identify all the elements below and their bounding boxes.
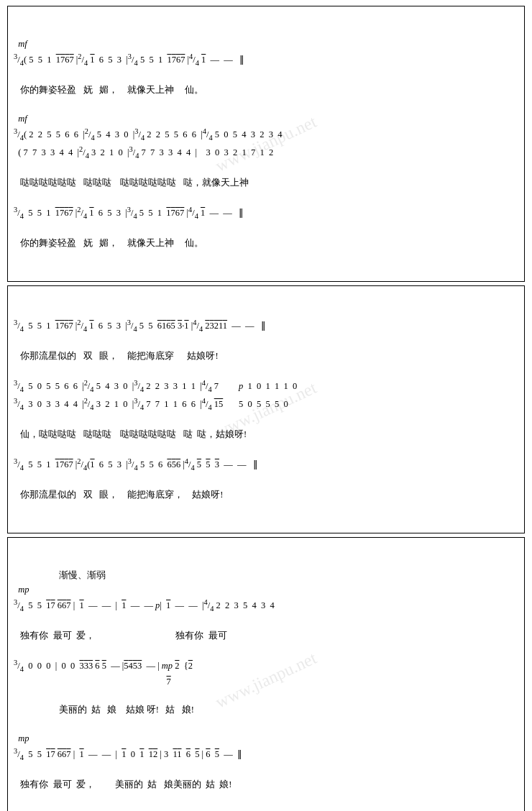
section-3: www.jianpu.net 渐慢、渐弱 mp 3/4 5 5 17 667 |… [7,537,525,811]
section-1-lyric-1: 你的舞姿轻盈 妩 媚， 就像天上神 仙。 [14,83,518,97]
section-2-notation-3: 3/4 5 5 1 1767 |2/4(1 6 5 3 |3/4 5 5 6 6… [14,456,518,474]
section-1-lyric-2: 哒哒哒哒哒哒 哒哒哒 哒哒哒哒哒哒 哒，就像天上神 [14,176,518,190]
section-2-lyric-2: 仙，哒哒哒哒 哒哒哒 哒哒哒哒哒哒 哒 哒，姑娘呀! [14,428,518,441]
section-3-lyric-2: 美丽的 姑 娘 姑娘 呀! 姑 娘! [14,703,518,717]
section-1: www.jianpu.net mf 3/4( 5 5 1 1767 |2/4 1… [7,6,525,282]
section-3-lyric-3: 独有你 最可 爱， 美丽的 姑 娘美丽的 姑 娘! [14,778,518,792]
section-1-notation: mf 3/4( 5 5 1 1767 |2/4 1 6 5 3 |3/4 5 5… [14,37,518,69]
section-3-notation-2: 3/4 0 0 0 | 0 0 333 6 5 — |5453 — | mp 2… [14,657,518,689]
section-1-notation-3: 3/4 5 5 1 1767 |2/4 1 6 5 3 |3/4 5 5 1 1… [14,204,518,222]
section-2-notation-1: 3/4 5 5 1 1767 |2/4 1 6 5 3 |3/4 5 5 616… [14,317,518,335]
score-container: www.jianpu.net mf 3/4( 5 5 1 1767 |2/4 1… [0,0,532,811]
section-3-notation-1: 渐慢、渐弱 mp 3/4 5 5 17 667 | 1 — — | 1 — — … [14,569,518,615]
section-3-notation-3: mp 3/4 5 5 17 667 | 1 — — | 1 0 1 12 | 3… [14,732,518,764]
section-2-lyric-3: 你那流星似的 双 眼， 能把海底穿， 姑娘呀! [14,488,518,502]
section-2-notation-2: 3/4 5 0 5 5 6 6 |2/4 5 4 3 0 |3/4 2 2 3 … [14,377,518,413]
section-2: www.jianpu.net 3/4 5 5 1 1767 |2/4 1 6 5… [7,285,525,533]
section-1-lyric-3: 你的舞姿轻盈 妩 媚， 就像天上神 仙。 [14,237,518,250]
section-3-lyric-1: 独有你 最可 爱， 独有你 最可 [14,629,518,643]
section-1-notation-2: mf 3/4( 2 2 5 5 6 6 |2/4 5 4 3 0 |3/4 2 … [14,112,518,162]
section-2-lyric-1: 你那流星似的 双 眼， 能把海底穿 姑娘呀! [14,349,518,363]
